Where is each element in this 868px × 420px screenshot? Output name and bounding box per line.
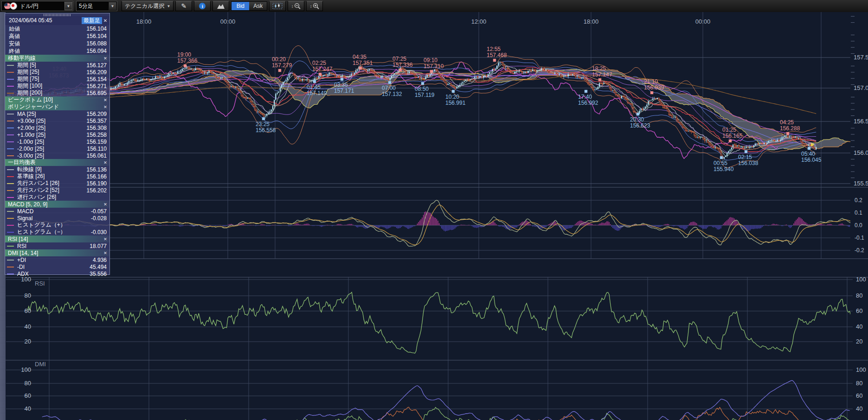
svg-text:18:25: 18:25 (592, 65, 606, 72)
section-header[interactable]: 移動平均線✕ (5, 55, 109, 62)
section-header[interactable]: ボリンジャーバンド✕ (5, 103, 109, 110)
section-title: MACD [5, 20, 9] (8, 201, 102, 208)
svg-text:100: 100 (21, 366, 31, 373)
close-icon[interactable]: ✕ (102, 98, 109, 102)
close-icon[interactable]: ✕ (102, 18, 109, 23)
indicator-label: -1.00σ [25] (17, 139, 87, 145)
svg-text:80: 80 (25, 292, 31, 299)
svg-text:80: 80 (25, 380, 31, 387)
indicator-row: -2.00σ [25]156.110 (5, 145, 109, 152)
pair-label: ドル/円 (20, 2, 39, 10)
series-swatch (7, 65, 14, 66)
indicator-row: MA [25]156.209 (5, 110, 109, 117)
svg-text:60: 60 (856, 392, 862, 399)
svg-text:157.279: 157.279 (272, 62, 292, 69)
indicator-label: +3.00σ [25] (17, 118, 87, 124)
section-header[interactable]: 一目均衡表✕ (5, 159, 109, 166)
draw-tool-button[interactable]: ✎ (175, 1, 192, 11)
indicator-row: 期間 [75]156.154 (5, 76, 109, 83)
ohlc-label: 高値 (9, 32, 87, 40)
indicator-label: Signal (17, 215, 91, 222)
series-swatch (7, 141, 14, 142)
svg-text:156.5: 156.5 (854, 118, 868, 125)
jp-flag-icon (10, 2, 17, 10)
indicator-value: 156.357 (87, 118, 107, 124)
indicator-row: -1.00σ [25]156.159 (5, 138, 109, 145)
svg-text:156.558: 156.558 (256, 127, 276, 134)
svg-text:00:00: 00:00 (220, 18, 236, 25)
close-icon[interactable]: ✕ (102, 237, 109, 242)
timeframe-select[interactable]: 5分足 ▼ (76, 1, 117, 11)
close-icon[interactable]: ✕ (102, 160, 109, 165)
svg-text:156.623: 156.623 (630, 122, 650, 129)
svg-text:10:20: 10:20 (445, 94, 459, 100)
svg-text:RSI: RSI (35, 280, 45, 287)
series-swatch (7, 260, 14, 261)
series-swatch (7, 267, 14, 267)
svg-text:03:35: 03:35 (334, 82, 348, 88)
ohlc-value: 156.088 (87, 40, 107, 47)
chart-canvas[interactable]: 19:00157.36600:20157.27902:25157.24704:3… (0, 0, 868, 420)
indicator-row: +2.00σ [25]156.308 (5, 124, 109, 131)
zoom-out-icon (294, 3, 301, 10)
series-swatch (7, 93, 14, 94)
section-header[interactable]: DMI [14, 14]✕ (5, 249, 109, 256)
svg-text:80: 80 (856, 380, 862, 387)
svg-text:23:25: 23:25 (256, 121, 270, 127)
section-header[interactable]: MACD [5, 20, 9]✕ (5, 201, 109, 208)
section-title: ボリンジャーバンド (8, 103, 102, 111)
panel-drag-handle[interactable] (44, 14, 71, 16)
info-button[interactable]: i (194, 1, 211, 11)
ohlc-value: 156.104 (87, 25, 107, 32)
close-icon[interactable]: ✕ (102, 56, 109, 61)
svg-text:18:00: 18:00 (136, 18, 152, 25)
svg-text:00:55: 00:55 (714, 160, 727, 166)
chevron-down-icon[interactable]: ▼ (64, 2, 72, 10)
svg-text:0.2: 0.2 (855, 197, 862, 204)
indicator-value: 156.258 (87, 132, 107, 138)
technical-select-button[interactable]: テクニカル選択 ▼ (122, 1, 174, 11)
pair-select[interactable]: ドル/円 ▼ (1, 1, 73, 11)
chart-style-button[interactable] (212, 1, 229, 11)
svg-text:156.038: 156.038 (738, 160, 759, 166)
svg-text:04:25: 04:25 (780, 119, 794, 126)
svg-text:08:50: 08:50 (415, 86, 429, 92)
indicator-label: ヒストグラム（−） (17, 228, 91, 236)
series-swatch (7, 148, 14, 149)
vertical-zoom-out-button[interactable]: ↕ (288, 1, 304, 11)
chevron-down-icon[interactable]: ▼ (109, 2, 116, 10)
series-swatch (7, 127, 14, 128)
latest-candle-badge: 最新足 (82, 17, 102, 24)
svg-text:DMI: DMI (35, 361, 46, 368)
series-swatch (7, 225, 14, 226)
series-swatch (7, 183, 14, 184)
indicator-panel[interactable]: 2024/06/04 05:45 最新足 ✕ 始値156.104高値156.10… (5, 13, 110, 275)
svg-text:60: 60 (25, 307, 31, 314)
section-header[interactable]: ピークボトム [10]✕ (5, 96, 109, 103)
svg-text:00:20: 00:20 (272, 56, 286, 63)
close-icon[interactable]: ✕ (102, 105, 109, 109)
svg-text:157.119: 157.119 (415, 92, 435, 98)
svg-text:09:10: 09:10 (424, 57, 437, 64)
section-header[interactable]: RSI [14]✕ (5, 235, 109, 242)
bid-button[interactable]: Bid (231, 2, 249, 10)
svg-text:157.468: 157.468 (487, 52, 507, 58)
indicator-row: +1.00σ [25]156.258 (5, 131, 109, 138)
indicator-row: Signal-0.028 (5, 215, 109, 222)
series-swatch (7, 79, 14, 80)
indicator-row: +3.00σ [25]156.357 (5, 117, 109, 124)
vertical-zoom-in-button[interactable]: ↕ (306, 1, 323, 11)
close-icon[interactable]: ✕ (102, 251, 109, 255)
svg-text:21:10: 21:10 (644, 78, 658, 85)
ohlc-label: 終値 (9, 47, 87, 55)
candle-display-button[interactable] (269, 1, 286, 11)
series-swatch (7, 274, 14, 274)
ask-button[interactable]: Ask (249, 2, 267, 10)
indicator-row: 遅行スパン [26] (5, 194, 109, 201)
svg-text:19:00: 19:00 (177, 51, 191, 58)
indicator-value: 156.202 (87, 187, 107, 194)
indicator-label: -DI (17, 264, 90, 270)
svg-text:80: 80 (856, 292, 862, 299)
close-icon[interactable]: ✕ (102, 202, 109, 207)
indicator-value: 156.190 (87, 180, 107, 187)
